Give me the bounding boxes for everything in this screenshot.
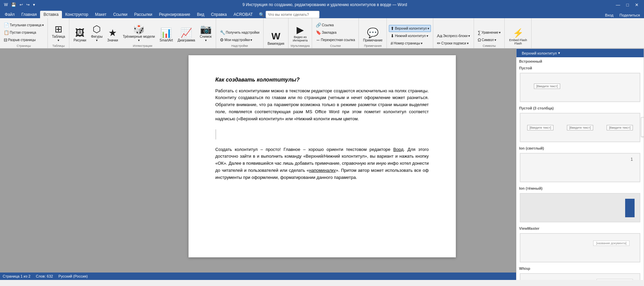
smartart-button[interactable]: 📊 SmartArt <box>158 26 175 43</box>
tab-references[interactable]: Ссылки <box>110 11 131 18</box>
header-style-selector[interactable]: Верхний колонтитул ▾ <box>519 50 563 56</box>
word-icon[interactable]: W <box>3 2 9 8</box>
page-number-button[interactable]: # Номер страницы ▾ <box>389 40 431 47</box>
save-button[interactable]: 💾 <box>10 2 18 8</box>
quick-parts-button[interactable]: Aa Экспресс-блоки ▾ <box>435 32 472 39</box>
ribbon-group-pages: 📄 Титульная страница ▾ 📋 Пустая страница… <box>0 18 48 48</box>
template-viewmaster[interactable]: [название документа] <box>520 233 640 262</box>
ribbon-search-box[interactable]: Что вы хотите сделать? <box>266 11 319 18</box>
get-addins-button[interactable]: 🔧 Получить надстройки <box>218 29 261 36</box>
hyperlink-button[interactable]: 🔗 Ссылка <box>314 22 357 29</box>
signature-line-button[interactable]: ✏ Строки подписи ▾ <box>435 40 472 47</box>
symbol-button[interactable]: Ω Символ ▾ <box>476 36 502 43</box>
tab-layout[interactable]: Макет <box>92 11 110 18</box>
bookmark-button[interactable]: 🔖 Закладка <box>314 29 357 36</box>
title-bar-left: W 💾 ↩ ↪ ▾ <box>3 2 36 8</box>
signin-button[interactable]: Вход <box>602 12 617 18</box>
placeholder-3col-2: [Введите текст] <box>567 125 593 130</box>
template-whisp[interactable]: [Имя автора] [Заголовок документа] <box>520 273 640 280</box>
wikipedia-button[interactable]: W Википедия <box>266 30 286 47</box>
share-button[interactable]: Поделиться <box>619 13 640 17</box>
template-label-3col: Пустой (3 столбца) <box>516 104 644 111</box>
pictures-icon: 🖼 <box>75 27 84 38</box>
ribbon-content: 📄 Титульная страница ▾ 📋 Пустая страница… <box>0 18 644 49</box>
tab-design[interactable]: Конструктор <box>62 11 92 18</box>
doc-paragraph-1: Работать с колонтитулами можно в текстов… <box>215 88 429 123</box>
icons-icon: ★ <box>108 27 117 38</box>
tab-file[interactable]: Файл <box>1 11 18 18</box>
template-ion-light[interactable]: 1 <box>520 153 640 182</box>
ribbon-group-wiki: W Википедия <box>264 18 289 48</box>
template-label-ion-light: Ion (светлый) <box>516 144 644 151</box>
links-group-label: Ссылки <box>330 44 341 47</box>
illustrations-group-label: Иллюстрации <box>133 44 152 47</box>
3d-models-button[interactable]: 🎲 Трёхмерные модели ▾ <box>121 22 157 43</box>
equation-button[interactable]: ∑ Уравнение ▾ <box>476 29 502 36</box>
ribbon-group-header-footer: ⬆ Верхний колонтитул ▾ ⬇ Нижний колонтит… <box>387 18 433 48</box>
footer-icon: ⬇ <box>391 33 394 38</box>
title-page-button[interactable]: 📄 Титульная страница ▾ <box>2 22 45 29</box>
header-icon: ⬆ <box>391 26 394 31</box>
tab-acrobat[interactable]: ACROBAT <box>230 11 256 18</box>
tab-review[interactable]: Рецензирование <box>156 11 194 18</box>
title-bar: W 💾 ↩ ↪ ▾ 9 Инструкция по созданию, реда… <box>0 0 644 9</box>
video-icon: ▶ <box>297 24 304 35</box>
ribbon-group-addins: 🔧 Получить надстройки ⚙ Мои надстройки ▾… <box>216 18 264 48</box>
close-button[interactable]: ✕ <box>632 2 641 8</box>
my-addins-button[interactable]: ⚙ Мои надстройки ▾ <box>218 36 261 43</box>
smartart-icon: 📊 <box>160 27 172 38</box>
ribbon-tabs: Файл Главная Вставка Конструктор Макет С… <box>0 9 644 18</box>
tab-help[interactable]: Справка <box>208 11 230 18</box>
screenshot-button[interactable]: 📷 Снимок ▾ <box>198 22 214 43</box>
comment-button[interactable]: 💬 Примечание <box>361 26 384 43</box>
ribbon-group-text: Aa Экспресс-блоки ▾ ✏ Строки подписи ▾ <box>433 18 474 48</box>
blank-page-button[interactable]: 📋 Пустая страница <box>2 29 45 36</box>
header-button[interactable]: ⬆ Верхний колонтитул ▾ <box>389 25 431 32</box>
template-3col[interactable]: [Введите текст] [Введите текст] [Введите… <box>520 113 640 142</box>
shapes-button[interactable]: ⬡ Фигуры ▾ <box>89 22 104 43</box>
footer-button[interactable]: ⬇ Нижний колонтитул ▾ <box>389 32 431 39</box>
qat-dropdown[interactable]: ▾ <box>32 2 36 8</box>
template-empty[interactable]: [Введите текст] <box>520 73 640 102</box>
tab-view[interactable]: Вид <box>194 11 208 18</box>
cross-ref-button[interactable]: ↔ Перекрестная ссылка <box>314 36 357 43</box>
chart-icon: 📈 <box>180 27 192 38</box>
restore-button[interactable]: □ <box>623 2 632 8</box>
blue-block <box>625 199 635 217</box>
document-page: Как создавать колонтитулы? Работать с ко… <box>189 55 456 257</box>
embed-flash-button[interactable]: ⚡ Embed Flash Flash <box>507 26 529 47</box>
bookmark-icon: 🔖 <box>316 30 321 35</box>
media-group-label: Мультимедиа <box>291 44 310 47</box>
online-video-button[interactable]: ▶ Видео изИнтернета <box>291 23 310 43</box>
icons-button[interactable]: ★ Значки <box>105 26 120 43</box>
ribbon-group-comments: 💬 Примечание Примечания <box>359 18 387 48</box>
doc-title-placeholder: [название документа] <box>593 241 630 246</box>
3d-models-icon: 🎲 <box>133 24 145 35</box>
tab-insert[interactable]: Вставка <box>40 11 62 18</box>
window-controls: — □ ✕ <box>613 2 641 8</box>
pictures-button[interactable]: 🖼 Рисунки <box>71 26 88 43</box>
tab-mailings[interactable]: Рассылки <box>131 11 156 18</box>
chart-button[interactable]: 📈 Диаграмма <box>176 26 197 43</box>
word-count: Слов: 632 <box>36 274 53 278</box>
page-break-button[interactable]: ⊟ Разрыв страницы <box>2 36 45 43</box>
template-ion-dark[interactable] <box>520 193 640 222</box>
template-whisp-preview: [Имя автора] [Заголовок документа] <box>520 274 640 280</box>
get-addins-icon: 🔧 <box>220 30 225 35</box>
document-heading: Как создавать колонтитулы? <box>215 75 429 84</box>
main-area: Как создавать колонтитулы? Работать с ко… <box>0 49 644 273</box>
undo-button[interactable]: ↩ <box>18 2 24 8</box>
tab-home[interactable]: Главная <box>18 11 40 18</box>
ribbon-group-embed-flash: ⚡ Embed Flash Flash <box>505 18 532 48</box>
header-right: Вход Поделиться <box>602 12 643 18</box>
redo-button[interactable]: ↪ <box>25 2 31 8</box>
minimize-button[interactable]: — <box>613 2 623 8</box>
table-button[interactable]: ⊞ Таблица ▾ <box>50 22 67 43</box>
template-3col-preview: [Введите текст] [Введите текст] [Введите… <box>520 113 640 142</box>
header-dropdown-arrow-btn: ▾ <box>558 51 560 55</box>
template-container-empty: Пустой [Введите текст] Пустой Пустой вер… <box>516 64 644 102</box>
flash-icon: ⚡ <box>513 28 523 38</box>
dropdown-header-bar: Верхний колонтитул ▾ <box>516 49 644 57</box>
template-empty-preview: [Введите текст] <box>520 73 640 102</box>
my-addins-icon: ⚙ <box>220 37 224 42</box>
